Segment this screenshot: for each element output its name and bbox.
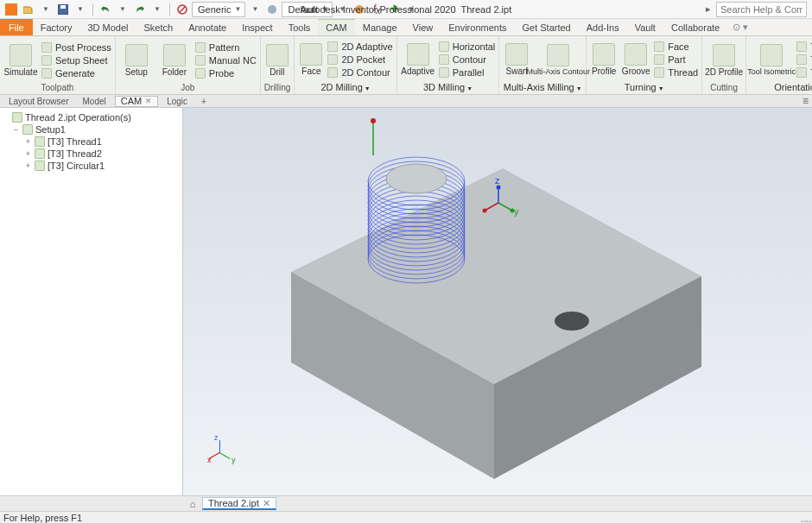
drill-button[interactable]: Drill	[264, 41, 290, 80]
tab-add-ins[interactable]: Add-Ins	[579, 19, 627, 35]
model-browser: Thread 2.ipt Operation(s) −Setup1 +[T3] …	[0, 108, 183, 495]
tree-root[interactable]: Thread 2.ipt Operation(s)	[2, 111, 181, 123]
tab-inspect[interactable]: Inspect	[234, 19, 280, 35]
appearance-icon[interactable]	[264, 2, 280, 17]
tab-annotate[interactable]: Annotate	[181, 19, 234, 35]
tool-right-button[interactable]: Tool Right	[796, 54, 812, 66]
open-icon[interactable]	[21, 2, 36, 17]
status-text: For Help, press F1	[3, 513, 82, 523]
post-process-button[interactable]: Post Process	[41, 41, 111, 54]
profile-icon	[593, 43, 615, 66]
search-input[interactable]	[716, 2, 807, 17]
tab-vault[interactable]: Vault	[627, 19, 663, 35]
tab-3d-model[interactable]: 3D Model	[79, 19, 136, 35]
svg-point-32	[371, 118, 376, 123]
contour-icon	[327, 67, 338, 78]
ma-contour-button[interactable]: Multi-Axis Contour	[534, 40, 582, 79]
setup-button[interactable]: Setup	[119, 41, 154, 80]
dropdown-icon[interactable]: ▼	[73, 2, 88, 17]
folder-button[interactable]: Folder	[157, 41, 192, 80]
redo-icon[interactable]	[132, 2, 148, 17]
setup-sheet-button[interactable]: Setup Sheet	[41, 54, 111, 66]
tab-factory[interactable]: Factory	[33, 19, 80, 35]
tab-extra-icon[interactable]: ⊙ ▾	[727, 19, 753, 35]
part-button[interactable]: Part	[654, 54, 698, 66]
simulate-button[interactable]: Simulate	[3, 41, 38, 80]
turn-face-button[interactable]: Face	[654, 41, 698, 53]
tab-get-started[interactable]: Get Started	[514, 19, 578, 35]
2d-pocket-button[interactable]: 2D Pocket	[327, 54, 392, 66]
app-menu-icon[interactable]	[3, 2, 19, 17]
thread-button[interactable]: Thread	[654, 66, 698, 79]
dropdown-icon[interactable]: ▼	[149, 2, 165, 17]
dropdown-icon[interactable]: ▼	[38, 2, 54, 17]
groove-button[interactable]: Groove	[621, 40, 650, 79]
pocket-icon	[327, 54, 338, 65]
model-tab[interactable]: Model	[77, 96, 111, 107]
add-tab-button[interactable]: +	[196, 96, 212, 107]
tree-operation[interactable]: +[T3] Thread1	[2, 135, 181, 148]
cancel-icon[interactable]	[174, 2, 190, 17]
dropdown-icon[interactable]: ▼	[115, 2, 130, 17]
file-tab[interactable]: File	[0, 19, 33, 35]
2d-adaptive-button[interactable]: 2D Adaptive	[327, 41, 392, 53]
profile-button[interactable]: Profile	[590, 40, 618, 79]
close-icon[interactable]: ✕	[263, 498, 270, 509]
tab-collaborate[interactable]: Collaborate	[663, 19, 727, 35]
tab-cam[interactable]: CAM	[318, 18, 354, 35]
model-render: z y	[183, 108, 812, 495]
simulate-icon	[10, 44, 32, 66]
probe-button[interactable]: Probe	[195, 67, 257, 79]
folder-icon	[163, 44, 186, 66]
dropdown-icon[interactable]: ▼	[247, 2, 263, 17]
material-combo[interactable]: Generic▼	[192, 2, 245, 17]
manual-nc-button[interactable]: Manual NC	[195, 54, 257, 66]
front-icon	[796, 41, 807, 52]
document-tab[interactable]: Thread 2.ipt✕	[202, 497, 276, 510]
home-icon[interactable]: ⌂	[187, 498, 199, 510]
tab-sketch[interactable]: Sketch	[136, 19, 181, 35]
viewport-3d[interactable]: z y zyx	[183, 108, 812, 495]
parallel-button[interactable]: Parallel	[439, 66, 496, 79]
3d-contour-button[interactable]: Contour	[439, 54, 496, 66]
generate-icon	[41, 68, 52, 79]
panel-toolpath: Simulate Post Process Setup Sheet Genera…	[0, 36, 116, 94]
adaptive-button[interactable]: Adaptive	[401, 40, 435, 79]
groove-icon	[625, 43, 647, 66]
contour-3d-icon	[439, 54, 449, 65]
svg-point-10	[555, 312, 589, 331]
tree-operation[interactable]: +[T3] Thread2	[2, 148, 181, 160]
close-icon[interactable]: ✕	[145, 97, 152, 105]
horizontal-button[interactable]: Horizontal	[439, 41, 496, 53]
ribbon-tabstrip: File Factory3D ModelSketchAnnotateInspec…	[0, 19, 812, 36]
save-icon[interactable]	[55, 2, 71, 17]
panel-2d-milling: Face 2D Adaptive 2D Pocket 2D Contour 2D…	[295, 36, 396, 94]
top-icon	[796, 67, 807, 78]
window-title: Autodesk Inventor Professional 2020 Thre…	[301, 4, 511, 15]
tab-tools[interactable]: Tools	[281, 19, 319, 35]
tab-environments[interactable]: Environments	[441, 19, 514, 35]
title-bar: ▼ ▼ ▼ ▼ Generic▼ ▼ Default▼ ▼ fx ✚ ▼ Aut…	[0, 0, 812, 19]
browser-menu-icon[interactable]: ≡	[802, 95, 809, 107]
logic-tab[interactable]: Logic	[162, 96, 193, 107]
tool-front-button[interactable]: Tool Front	[796, 41, 812, 53]
tab-view[interactable]: View	[405, 19, 441, 35]
cam-browser-tab[interactable]: CAM✕	[115, 96, 158, 107]
generate-button[interactable]: Generate	[41, 67, 111, 79]
pattern-button[interactable]: Pattern	[195, 41, 257, 54]
browser-header: Layout Browser Model CAM✕ Logic + ≡	[0, 95, 812, 108]
right-icon	[796, 54, 807, 65]
2d-profile-button[interactable]: 2D Profile	[706, 41, 742, 80]
svg-rect-0	[5, 3, 17, 16]
search-trigger-icon[interactable]: ▸	[706, 3, 711, 15]
2d-contour-button[interactable]: 2D Contour	[327, 66, 392, 79]
undo-icon[interactable]	[98, 2, 113, 17]
tool-top-button[interactable]: Tool Top	[796, 66, 812, 79]
tab-manage[interactable]: Manage	[355, 19, 405, 35]
layout-browser-label: Layout Browser	[3, 96, 73, 107]
face-button[interactable]: Face	[298, 40, 324, 79]
tree-operation[interactable]: +[T3] Circular1	[2, 160, 181, 172]
tool-iso-button[interactable]: Tool Isometric	[750, 40, 793, 79]
resize-grip-icon[interactable]: ⣀⣀	[800, 512, 810, 523]
tree-setup[interactable]: −Setup1	[2, 123, 181, 135]
